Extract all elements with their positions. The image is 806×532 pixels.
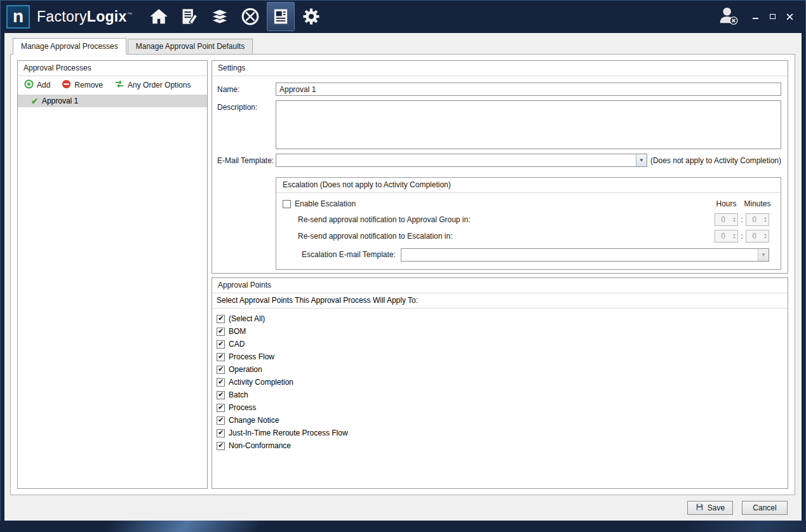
app-name-bold: Logix	[87, 8, 127, 25]
app-window: n FactoryLogix™	[0, 0, 806, 532]
approval-processes-panel: Approval Processes Add Remove	[17, 60, 208, 489]
add-icon	[24, 79, 34, 91]
approval-point-label: Process	[229, 403, 256, 412]
approval-point-label: Batch	[229, 390, 248, 399]
window-bottom-frame	[0, 521, 806, 532]
check-icon: ✔	[218, 328, 224, 335]
checkbox-change-notice[interactable]: ✔	[217, 416, 225, 425]
app-logo: n	[6, 5, 30, 29]
save-button[interactable]: Save	[687, 501, 733, 515]
document-edit-icon[interactable]	[175, 2, 203, 31]
tab-page: Approval Processes Add Remove	[10, 54, 795, 495]
list-item-approval-1[interactable]: ✔ Approval 1	[18, 95, 207, 107]
spinner-arrows-icon[interactable]: ▴▾	[762, 233, 769, 239]
tab-manage-approval-point-defaults[interactable]: Manage Approval Point Defaults	[128, 39, 253, 55]
checkbox-activity-completion[interactable]: ✔	[217, 378, 225, 387]
escalation-template-row: Escalation E-mail Template: ▼	[283, 246, 769, 263]
checkbox-process-flow[interactable]: ✔	[217, 353, 225, 361]
main-nav	[145, 0, 325, 33]
spinner-arrows-icon[interactable]: ▴▾	[731, 233, 737, 239]
minimize-button[interactable]	[751, 13, 759, 20]
approval-group-minutes-spinner[interactable]: 0 ▴▾	[746, 213, 769, 226]
resend-approval-group-row: Re-send approval notification to Approva…	[283, 211, 769, 228]
approval-point-row: ✔ CAD	[217, 338, 783, 350]
any-order-options-button[interactable]: Any Order Options	[112, 79, 192, 91]
enable-escalation-checkbox[interactable]: ✔	[283, 200, 291, 208]
settings-gear-icon[interactable]	[297, 2, 325, 31]
save-icon	[695, 503, 704, 513]
description-textarea[interactable]	[276, 100, 781, 149]
escalation-hours-value: 0	[715, 232, 731, 241]
escalation-minutes-value: 0	[746, 232, 762, 241]
checkbox-cad[interactable]: ✔	[217, 340, 225, 349]
check-icon: ✔	[218, 353, 224, 360]
check-icon: ✔	[218, 404, 224, 411]
home-icon[interactable]	[145, 2, 173, 31]
time-colon: :	[738, 215, 746, 224]
settings-body: Name: Description: E-Mail Template: ▼	[212, 76, 788, 273]
resend-escalation-label: Re-send approval notification to Escalat…	[298, 232, 452, 241]
user-logout-icon[interactable]	[717, 6, 739, 27]
tabstrip: Manage Approval Processes Manage Approva…	[4, 33, 802, 54]
checkbox-operation[interactable]: ✔	[217, 366, 225, 374]
reports-icon[interactable]	[267, 2, 295, 31]
approval-points-subtitle: Select Approval Points This Approval Pro…	[212, 293, 788, 309]
approved-check-icon: ✔	[31, 97, 38, 105]
escalation-template-label: Escalation E-mail Template:	[302, 250, 396, 259]
approval-processes-title: Approval Processes	[18, 61, 207, 76]
approval-point-row: ✔ Process	[217, 401, 783, 414]
content-area: Manage Approval Processes Manage Approva…	[4, 33, 802, 521]
escalation-template-combobox[interactable]: ▼	[401, 248, 769, 262]
approval-point-row: ✔ Non-Conformance	[217, 439, 783, 452]
approval-point-row: ✔ Change Notice	[217, 414, 783, 427]
resend-escalation-row: Re-send approval notification to Escalat…	[283, 228, 769, 244]
chevron-down-icon[interactable]: ▼	[758, 249, 769, 261]
email-template-note: (Does not apply to Activity Completion)	[647, 154, 781, 165]
checkbox-bom[interactable]: ✔	[217, 328, 225, 336]
minutes-header: Minutes	[746, 199, 769, 208]
tab-manage-approval-processes[interactable]: Manage Approval Processes	[13, 38, 126, 55]
chevron-down-icon[interactable]: ▼	[636, 154, 647, 166]
approval-points-title: Approval Points	[212, 278, 788, 293]
approval-group-hours-spinner[interactable]: 0 ▴▾	[715, 213, 738, 226]
name-input[interactable]	[276, 83, 781, 96]
maximize-button[interactable]	[769, 13, 776, 20]
trademark-symbol: ™	[127, 11, 132, 17]
any-order-icon	[114, 80, 124, 90]
escalation-hours-spinner[interactable]: 0 ▴▾	[715, 230, 738, 243]
escalation-minutes-spinner[interactable]: 0 ▴▾	[746, 230, 769, 243]
resend-approval-group-label: Re-send approval notification to Approva…	[298, 215, 471, 224]
cancel-button[interactable]: Cancel	[742, 501, 788, 515]
approval-point-label: CAD	[229, 340, 245, 349]
email-template-label: E-Mail Template:	[217, 154, 276, 165]
close-button[interactable]	[786, 13, 793, 20]
settings-title: Settings	[212, 61, 788, 76]
checkbox-select-all[interactable]: ✔	[217, 315, 225, 323]
remove-label: Remove	[74, 81, 103, 90]
window-controls	[751, 13, 793, 20]
escalation-template-value	[401, 249, 758, 261]
spinner-arrows-icon[interactable]: ▴▾	[731, 216, 737, 223]
settings-panel: Settings Name: Description: E-Mail Templ…	[212, 60, 788, 274]
remove-icon	[62, 79, 71, 91]
checkbox-jit-reroute-process-flow[interactable]: ✔	[217, 429, 225, 437]
production-icon[interactable]	[236, 2, 264, 31]
spinner-arrows-icon[interactable]: ▴▾	[762, 216, 769, 223]
materials-icon[interactable]	[206, 2, 234, 31]
remove-button[interactable]: Remove	[60, 79, 105, 91]
list-item-label: Approval 1	[42, 96, 78, 105]
check-icon: ✔	[218, 366, 224, 373]
add-button[interactable]: Add	[22, 79, 52, 91]
approval-processes-toolbar: Add Remove Any Order Options	[18, 76, 207, 93]
checkbox-non-conformance[interactable]: ✔	[217, 442, 225, 450]
decorative-streak	[99, 521, 269, 532]
checkbox-process[interactable]: ✔	[217, 404, 225, 412]
approval-point-label: Activity Completion	[229, 378, 293, 387]
decorative-streak	[676, 521, 806, 532]
cancel-label: Cancel	[753, 503, 776, 512]
escalation-body: ✔ Enable Escalation Hours Minutes Re	[276, 193, 781, 269]
approval-point-row: ✔ (Select All)	[217, 312, 783, 325]
right-column: Settings Name: Description: E-Mail Templ…	[212, 60, 788, 489]
email-template-combobox[interactable]: ▼	[276, 154, 647, 167]
checkbox-batch[interactable]: ✔	[217, 391, 225, 399]
